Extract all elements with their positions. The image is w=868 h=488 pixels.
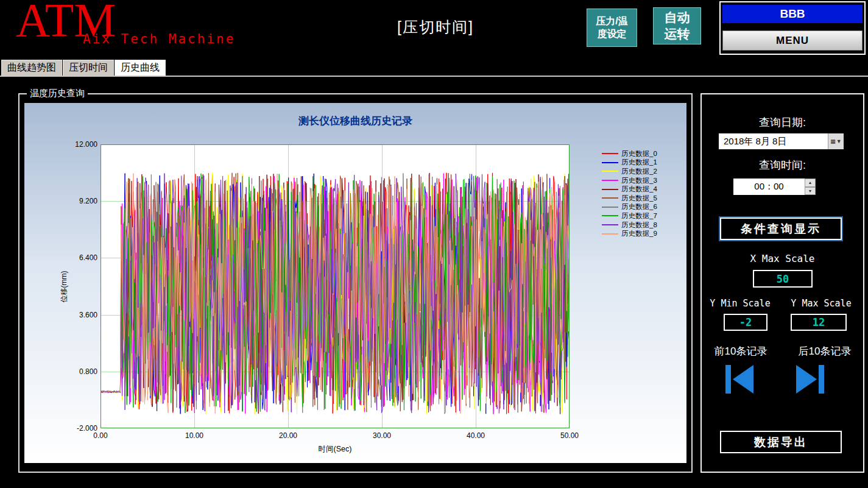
legend-label: 历史数据_6: [621, 202, 657, 211]
y-tick-label: 12.000: [61, 140, 97, 149]
spinner-down-button[interactable]: ▼: [805, 187, 816, 196]
legend-swatch: [602, 207, 618, 208]
x-axis-label: 时间(Sec): [101, 444, 570, 454]
legend-label: 历史数据_1: [621, 158, 657, 167]
y-min-scale-field[interactable]: -2: [724, 314, 767, 331]
skip-back-icon: [721, 361, 759, 398]
x-max-scale-label: X Max Scale: [702, 253, 863, 264]
date-picker-value: 2018年 8月 8日: [719, 136, 828, 147]
x-tick-label: 50.00: [550, 431, 589, 440]
legend-item: 历史数据_4: [602, 185, 657, 194]
time-input[interactable]: 00：00 ▲ ▼: [733, 179, 816, 195]
x-tick-label: 20.00: [269, 431, 308, 440]
skip-forward-icon: [791, 361, 828, 398]
query-sidebar: 查询日期: 2018年 8月 8日 ▦▼ 查询时间: 00：00 ▲ ▼ 条件查…: [700, 93, 864, 473]
x-tick-label: 10.00: [175, 431, 214, 440]
x-tick-label: 0.00: [81, 431, 120, 440]
legend-label: 历史数据_4: [621, 185, 657, 194]
query-date-label: 查询日期:: [702, 115, 863, 130]
tab-history-curve[interactable]: 历史曲线: [115, 60, 166, 76]
spinner-up-button[interactable]: ▲: [805, 179, 816, 187]
menu-panel: BBB MENU: [719, 1, 866, 55]
y-tick-label: 3.600: [61, 311, 97, 319]
legend-label: 历史数据_5: [621, 194, 657, 203]
prev-records-button[interactable]: [721, 361, 759, 398]
y-tick-label: 0.800: [61, 367, 97, 376]
menu-button[interactable]: MENU: [722, 30, 863, 51]
date-picker[interactable]: 2018年 8月 8日 ▦▼: [719, 133, 844, 149]
legend-item: 历史数据_1: [602, 158, 657, 168]
y-tick-label: 6.400: [61, 253, 97, 262]
y-tick-label: 9.200: [61, 197, 97, 205]
history-query-groupbox: 温度历史查询 测长仪位移曲线历史记录 位移(mm) 时间(Sec) 历史数据_0…: [18, 93, 693, 473]
x-max-scale-field[interactable]: 50: [753, 270, 813, 288]
time-spinner: ▲ ▼: [805, 179, 816, 195]
legend-swatch: [602, 215, 618, 216]
y-max-scale-label: Y Max Scale: [780, 298, 863, 309]
legend-item: 历史数据_6: [602, 203, 657, 212]
legend-item: 历史数据_0: [602, 149, 657, 158]
conditional-query-button[interactable]: 条件查询显示: [720, 217, 842, 240]
legend-item: 历史数据_2: [602, 167, 657, 176]
chart-title: 测长仪位移曲线历史记录: [24, 114, 686, 128]
tab-press-cut-time[interactable]: 压切时间: [63, 60, 114, 76]
prev-records-label: 前10条记录: [702, 344, 780, 358]
calendar-icon: ▦: [830, 138, 836, 144]
legend-label: 历史数据_3: [621, 176, 657, 185]
legend-item: 历史数据_9: [602, 229, 657, 238]
legend-swatch: [602, 162, 618, 163]
tab-curve-trend[interactable]: 曲线趋势图: [1, 60, 62, 76]
next-records-button[interactable]: [791, 361, 828, 398]
app-logo-subtitle: Aix Tech Machine: [83, 32, 235, 46]
legend-swatch: [602, 153, 618, 154]
chevron-down-icon: ▼: [836, 138, 842, 144]
chart-legend: 历史数据_0历史数据_1历史数据_2历史数据_3历史数据_4历史数据_5历史数据…: [602, 149, 657, 238]
legend-label: 历史数据_9: [621, 229, 657, 238]
time-input-value: 00：00: [733, 179, 805, 195]
legend-swatch: [602, 224, 618, 225]
page-title: [压切时间]: [305, 17, 566, 37]
legend-label: 历史数据_2: [621, 167, 657, 176]
next-records-label: 后10条记录: [786, 344, 864, 358]
legend-label: 历史数据_8: [621, 221, 657, 230]
legend-label: 历史数据_7: [621, 211, 657, 221]
chart-plot-area: [101, 144, 570, 428]
calendar-dropdown-button[interactable]: ▦▼: [828, 133, 844, 149]
legend-swatch: [602, 189, 618, 190]
legend-swatch: [602, 233, 618, 235]
legend-item: 历史数据_7: [602, 211, 657, 221]
history-chart: 测长仪位移曲线历史记录 位移(mm) 时间(Sec) 历史数据_0历史数据_1历…: [24, 103, 686, 463]
legend-label: 历史数据_0: [621, 149, 657, 158]
tab-bar: 曲线趋势图 压切时间 历史曲线: [1, 60, 166, 76]
y-min-scale-label: Y Min Scale: [703, 298, 777, 309]
groupbox-title: 温度历史查询: [27, 88, 88, 99]
x-tick-label: 40.00: [456, 431, 495, 440]
legend-item: 历史数据_3: [602, 176, 657, 185]
legend-item: 历史数据_8: [602, 221, 657, 230]
legend-item: 历史数据_5: [602, 194, 657, 203]
tab-divider: [0, 76, 868, 77]
legend-swatch: [602, 197, 618, 199]
x-tick-label: 30.00: [362, 431, 401, 440]
application-window: ATM Aix Tech Machine [压切时间] 压力/温 度设定 自动 …: [0, 0, 868, 488]
data-export-button[interactable]: 数据导出: [720, 431, 842, 453]
y-max-scale-field[interactable]: 12: [791, 314, 847, 331]
legend-swatch: [602, 180, 618, 181]
y-axis-label: 位移(mm): [59, 260, 69, 314]
pressure-temp-settings-button[interactable]: 压力/温 度设定: [587, 9, 637, 47]
query-time-label: 查询时间:: [702, 158, 863, 172]
auto-run-button[interactable]: 自动 运转: [653, 7, 701, 44]
status-banner: BBB: [722, 5, 863, 23]
legend-swatch: [602, 171, 618, 172]
